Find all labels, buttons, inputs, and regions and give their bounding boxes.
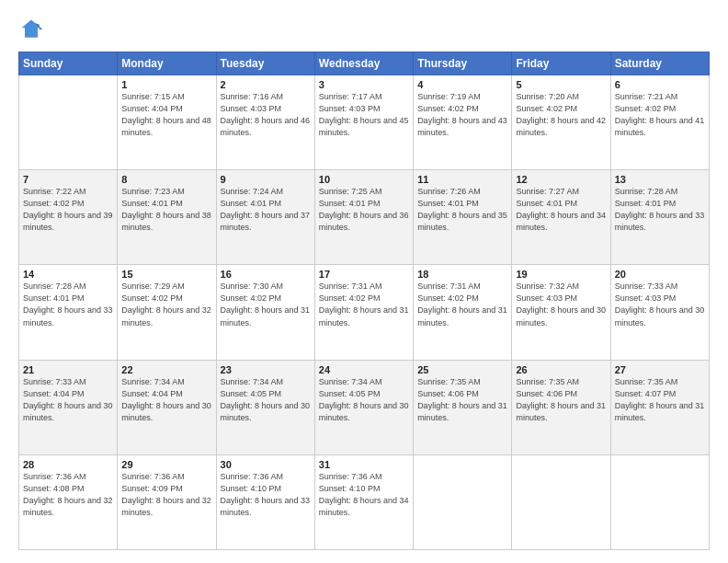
- calendar-cell: 7Sunrise: 7:22 AMSunset: 4:02 PMDaylight…: [19, 170, 118, 265]
- day-number: 28: [23, 459, 113, 470]
- calendar-cell: 29Sunrise: 7:36 AMSunset: 4:09 PMDayligh…: [118, 454, 216, 549]
- day-number: 13: [615, 174, 705, 185]
- day-number: 5: [516, 79, 606, 90]
- top-section: [18, 17, 710, 42]
- day-info: Sunrise: 7:26 AMSunset: 4:01 PMDaylight:…: [417, 186, 507, 234]
- day-number: 21: [23, 364, 113, 375]
- calendar-header-sunday: Sunday: [19, 52, 118, 75]
- day-info: Sunrise: 7:34 AMSunset: 4:05 PMDaylight:…: [221, 376, 311, 424]
- day-info: Sunrise: 7:33 AMSunset: 4:03 PMDaylight:…: [615, 281, 705, 328]
- day-number: 15: [121, 269, 211, 280]
- day-number: 11: [417, 174, 507, 185]
- calendar-cell: 13Sunrise: 7:28 AMSunset: 4:01 PMDayligh…: [610, 170, 709, 265]
- day-info: Sunrise: 7:35 AMSunset: 4:06 PMDaylight:…: [417, 376, 507, 424]
- day-info: Sunrise: 7:31 AMSunset: 4:02 PMDaylight:…: [417, 281, 507, 328]
- day-number: 18: [417, 269, 507, 280]
- day-info: Sunrise: 7:36 AMSunset: 4:08 PMDaylight:…: [23, 471, 113, 519]
- calendar-cell: 26Sunrise: 7:35 AMSunset: 4:06 PMDayligh…: [512, 360, 610, 454]
- calendar-week-2: 14Sunrise: 7:28 AMSunset: 4:01 PMDayligh…: [19, 265, 710, 360]
- calendar-cell: 8Sunrise: 7:23 AMSunset: 4:01 PMDaylight…: [118, 170, 216, 265]
- calendar-cell: [512, 454, 610, 549]
- calendar-week-0: 1Sunrise: 7:15 AMSunset: 4:04 PMDaylight…: [19, 75, 710, 170]
- day-number: 9: [221, 174, 311, 185]
- day-number: 14: [23, 269, 113, 280]
- calendar-cell: 2Sunrise: 7:16 AMSunset: 4:03 PMDaylight…: [216, 75, 314, 170]
- calendar-cell: 16Sunrise: 7:30 AMSunset: 4:02 PMDayligh…: [216, 265, 314, 360]
- day-info: Sunrise: 7:34 AMSunset: 4:04 PMDaylight:…: [121, 376, 211, 424]
- calendar-cell: 17Sunrise: 7:31 AMSunset: 4:02 PMDayligh…: [314, 265, 413, 360]
- day-number: 8: [121, 174, 211, 185]
- calendar-cell: 28Sunrise: 7:36 AMSunset: 4:08 PMDayligh…: [19, 454, 118, 549]
- calendar-cell: 6Sunrise: 7:21 AMSunset: 4:02 PMDaylight…: [610, 75, 709, 170]
- calendar-cell: 24Sunrise: 7:34 AMSunset: 4:05 PMDayligh…: [314, 360, 413, 454]
- calendar-week-1: 7Sunrise: 7:22 AMSunset: 4:02 PMDaylight…: [19, 170, 710, 265]
- day-info: Sunrise: 7:28 AMSunset: 4:01 PMDaylight:…: [23, 281, 113, 328]
- calendar-header-row: SundayMondayTuesdayWednesdayThursdayFrid…: [19, 52, 710, 75]
- calendar-cell: 31Sunrise: 7:36 AMSunset: 4:10 PMDayligh…: [314, 454, 413, 549]
- day-info: Sunrise: 7:17 AMSunset: 4:03 PMDaylight:…: [319, 91, 409, 139]
- calendar-cell: 30Sunrise: 7:36 AMSunset: 4:10 PMDayligh…: [216, 454, 314, 549]
- calendar-cell: 11Sunrise: 7:26 AMSunset: 4:01 PMDayligh…: [414, 170, 512, 265]
- calendar-cell: 15Sunrise: 7:29 AMSunset: 4:02 PMDayligh…: [118, 265, 216, 360]
- day-info: Sunrise: 7:20 AMSunset: 4:02 PMDaylight:…: [516, 91, 606, 139]
- calendar-cell: 20Sunrise: 7:33 AMSunset: 4:03 PMDayligh…: [610, 265, 709, 360]
- day-info: Sunrise: 7:36 AMSunset: 4:09 PMDaylight:…: [121, 471, 211, 519]
- calendar-header-tuesday: Tuesday: [216, 52, 314, 75]
- logo-icon: [18, 17, 44, 42]
- day-number: 17: [319, 269, 409, 280]
- calendar-cell: 22Sunrise: 7:34 AMSunset: 4:04 PMDayligh…: [118, 360, 216, 454]
- day-info: Sunrise: 7:36 AMSunset: 4:10 PMDaylight:…: [319, 471, 409, 519]
- day-info: Sunrise: 7:22 AMSunset: 4:02 PMDaylight:…: [23, 186, 113, 234]
- day-info: Sunrise: 7:35 AMSunset: 4:07 PMDaylight:…: [615, 376, 705, 424]
- day-number: 7: [23, 174, 113, 185]
- calendar-header-friday: Friday: [512, 52, 610, 75]
- day-info: Sunrise: 7:29 AMSunset: 4:02 PMDaylight:…: [121, 281, 211, 328]
- day-number: 12: [516, 174, 606, 185]
- day-number: 3: [319, 79, 409, 90]
- day-number: 6: [615, 79, 705, 90]
- calendar-cell: 27Sunrise: 7:35 AMSunset: 4:07 PMDayligh…: [610, 360, 709, 454]
- day-number: 1: [121, 79, 211, 90]
- day-number: 29: [121, 459, 211, 470]
- calendar-cell: 5Sunrise: 7:20 AMSunset: 4:02 PMDaylight…: [512, 75, 610, 170]
- calendar-cell: 3Sunrise: 7:17 AMSunset: 4:03 PMDaylight…: [314, 75, 413, 170]
- day-info: Sunrise: 7:19 AMSunset: 4:02 PMDaylight:…: [417, 91, 507, 139]
- day-number: 26: [516, 364, 606, 375]
- calendar-header-thursday: Thursday: [414, 52, 512, 75]
- calendar-cell: 9Sunrise: 7:24 AMSunset: 4:01 PMDaylight…: [216, 170, 314, 265]
- calendar-week-4: 28Sunrise: 7:36 AMSunset: 4:08 PMDayligh…: [19, 454, 710, 549]
- day-number: 27: [615, 364, 705, 375]
- calendar-header-wednesday: Wednesday: [314, 52, 413, 75]
- logo: [18, 17, 48, 42]
- day-number: 4: [417, 79, 507, 90]
- day-info: Sunrise: 7:23 AMSunset: 4:01 PMDaylight:…: [121, 186, 211, 234]
- day-info: Sunrise: 7:30 AMSunset: 4:02 PMDaylight:…: [221, 281, 311, 328]
- day-info: Sunrise: 7:36 AMSunset: 4:10 PMDaylight:…: [221, 471, 311, 519]
- day-info: Sunrise: 7:33 AMSunset: 4:04 PMDaylight:…: [23, 376, 113, 424]
- calendar-cell: [610, 454, 709, 549]
- day-number: 2: [221, 79, 311, 90]
- calendar-cell: 4Sunrise: 7:19 AMSunset: 4:02 PMDaylight…: [414, 75, 512, 170]
- day-number: 30: [221, 459, 311, 470]
- day-info: Sunrise: 7:28 AMSunset: 4:01 PMDaylight:…: [615, 186, 705, 234]
- day-number: 10: [319, 174, 409, 185]
- day-number: 19: [516, 269, 606, 280]
- calendar-table: SundayMondayTuesdayWednesdayThursdayFrid…: [18, 52, 710, 550]
- calendar-cell: 1Sunrise: 7:15 AMSunset: 4:04 PMDaylight…: [118, 75, 216, 170]
- calendar-cell: 19Sunrise: 7:32 AMSunset: 4:03 PMDayligh…: [512, 265, 610, 360]
- day-info: Sunrise: 7:25 AMSunset: 4:01 PMDaylight:…: [319, 186, 409, 234]
- day-number: 20: [615, 269, 705, 280]
- calendar-header-saturday: Saturday: [610, 52, 709, 75]
- day-number: 22: [121, 364, 211, 375]
- calendar-week-3: 21Sunrise: 7:33 AMSunset: 4:04 PMDayligh…: [19, 360, 710, 454]
- day-info: Sunrise: 7:34 AMSunset: 4:05 PMDaylight:…: [319, 376, 409, 424]
- day-info: Sunrise: 7:32 AMSunset: 4:03 PMDaylight:…: [516, 281, 606, 328]
- day-number: 25: [417, 364, 507, 375]
- calendar-cell: 23Sunrise: 7:34 AMSunset: 4:05 PMDayligh…: [216, 360, 314, 454]
- day-info: Sunrise: 7:24 AMSunset: 4:01 PMDaylight:…: [221, 186, 311, 234]
- svg-marker-0: [22, 20, 41, 38]
- day-info: Sunrise: 7:16 AMSunset: 4:03 PMDaylight:…: [221, 91, 311, 139]
- day-number: 23: [221, 364, 311, 375]
- calendar-cell: 25Sunrise: 7:35 AMSunset: 4:06 PMDayligh…: [414, 360, 512, 454]
- day-number: 31: [319, 459, 409, 470]
